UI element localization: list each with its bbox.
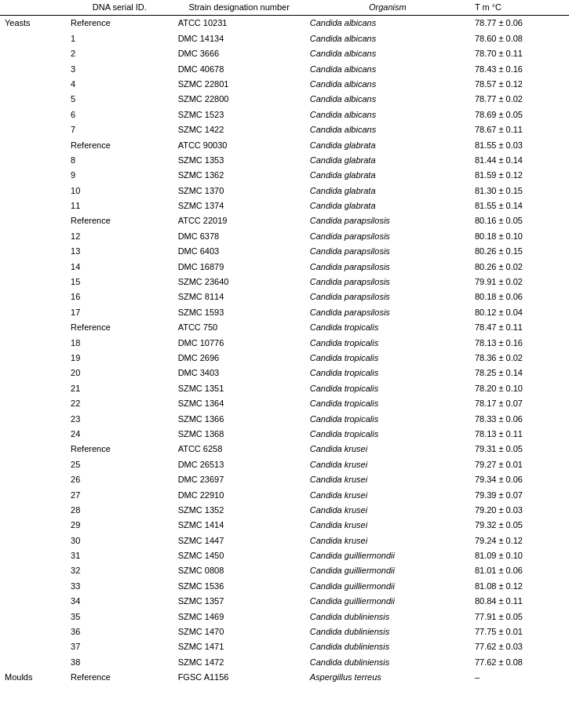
cell-group (0, 655, 66, 670)
cell-organism: Candida dubliniensis (305, 639, 470, 654)
cell-serial: 4 (66, 77, 173, 92)
cell-strain: SZMC 1471 (173, 639, 305, 654)
cell-tm: – (470, 670, 569, 685)
table-row: ReferenceATCC 90030Candida glabrata81.55… (0, 138, 569, 153)
cell-tm: 80.26 ± 0.02 (470, 260, 569, 275)
cell-serial: 24 (66, 427, 173, 442)
cell-group (0, 610, 66, 624)
cell-serial: 20 (66, 366, 173, 380)
cell-group (0, 457, 66, 472)
cell-strain: SZMC 8114 (173, 289, 305, 304)
cell-serial: 3 (66, 62, 173, 77)
table-row: 18DMC 10776Candida tropicalis78.13 ± 0.1… (0, 336, 569, 351)
cell-group (0, 320, 66, 335)
cell-organism: Candida krusei (305, 488, 470, 503)
cell-serial: 37 (66, 639, 173, 654)
table-row: 33SZMC 1536Candida guilliermondii81.08 ±… (0, 579, 569, 594)
table-row: 1DMC 14134Candida albicans78.60 ± 0.08 (0, 31, 569, 46)
cell-serial: 11 (66, 198, 173, 213)
cell-strain: ATCC 90030 (173, 138, 305, 153)
cell-tm: 80.84 ± 0.11 (470, 594, 569, 609)
cell-serial: 38 (66, 655, 173, 670)
cell-serial: Reference (66, 442, 173, 457)
table-row: 14DMC 16879Candida parapsilosis80.26 ± 0… (0, 260, 569, 275)
cell-strain: SZMC 1422 (173, 122, 305, 137)
cell-strain: SZMC 22800 (173, 92, 305, 107)
cell-strain: SZMC 1362 (173, 168, 305, 183)
cell-tm: 78.67 ± 0.11 (470, 122, 569, 137)
cell-tm: 78.17 ± 0.07 (470, 396, 569, 411)
cell-strain: DMC 14134 (173, 31, 305, 46)
cell-tm: 79.24 ± 0.12 (470, 533, 569, 548)
cell-tm: 77.62 ± 0.03 (470, 639, 569, 654)
cell-group (0, 639, 66, 654)
table-row: 29SZMC 1414Candida krusei79.32 ± 0.05 (0, 518, 569, 533)
cell-group (0, 138, 66, 153)
cell-group (0, 77, 66, 92)
table-row: 15SZMC 23640Candida parapsilosis79.91 ± … (0, 275, 569, 289)
cell-organism: Candida parapsilosis (305, 260, 470, 275)
cell-group (0, 336, 66, 351)
cell-tm: 81.44 ± 0.14 (470, 153, 569, 168)
cell-strain: ATCC 22019 (173, 213, 305, 228)
cell-organism: Candida parapsilosis (305, 305, 470, 320)
cell-organism: Candida glabrata (305, 198, 470, 213)
cell-strain: SZMC 1472 (173, 655, 305, 670)
cell-serial: 14 (66, 260, 173, 275)
cell-group (0, 488, 66, 503)
cell-organism: Candida glabrata (305, 168, 470, 183)
cell-strain: SZMC 1353 (173, 153, 305, 168)
cell-organism: Candida krusei (305, 457, 470, 472)
cell-organism: Candida albicans (305, 16, 470, 31)
cell-tm: 79.20 ± 0.03 (470, 503, 569, 518)
cell-organism: Candida tropicalis (305, 412, 470, 427)
cell-strain: SZMC 1469 (173, 610, 305, 624)
cell-group (0, 503, 66, 518)
cell-organism: Candida tropicalis (305, 396, 470, 411)
table-row: 28SZMC 1352Candida krusei79.20 ± 0.03 (0, 503, 569, 518)
cell-organism: Candida parapsilosis (305, 244, 470, 259)
cell-tm: 81.55 ± 0.14 (470, 198, 569, 213)
cell-group (0, 62, 66, 77)
table-row: 17SZMC 1593Candida parapsilosis80.12 ± 0… (0, 305, 569, 320)
table-row: 8SZMC 1353Candida glabrata81.44 ± 0.14 (0, 153, 569, 168)
cell-group (0, 289, 66, 304)
cell-serial: 32 (66, 563, 173, 578)
table-row: 27DMC 22910Candida krusei79.39 ± 0.07 (0, 488, 569, 503)
cell-organism: Candida tropicalis (305, 381, 470, 396)
cell-group (0, 275, 66, 289)
cell-tm: 78.77 ± 0.06 (470, 16, 569, 31)
cell-serial: 30 (66, 533, 173, 548)
cell-serial: 15 (66, 275, 173, 289)
cell-strain: SZMC 1370 (173, 184, 305, 198)
table-row: 9SZMC 1362Candida glabrata81.59 ± 0.12 (0, 168, 569, 183)
cell-serial: 12 (66, 229, 173, 244)
cell-group (0, 260, 66, 275)
cell-serial: 28 (66, 503, 173, 518)
cell-tm: 78.43 ± 0.16 (470, 62, 569, 77)
cell-serial: 17 (66, 305, 173, 320)
cell-tm: 79.27 ± 0.01 (470, 457, 569, 472)
cell-serial: 13 (66, 244, 173, 259)
cell-organism: Candida dubliniensis (305, 624, 470, 639)
cell-organism: Candida krusei (305, 442, 470, 457)
cell-group (0, 442, 66, 457)
cell-organism: Candida glabrata (305, 153, 470, 168)
cell-serial: 8 (66, 153, 173, 168)
cell-group (0, 594, 66, 609)
cell-serial: 9 (66, 168, 173, 183)
table-row: ReferenceATCC 750Candida tropicalis78.47… (0, 320, 569, 335)
cell-group (0, 184, 66, 198)
cell-tm: 78.25 ± 0.14 (470, 366, 569, 380)
cell-strain: DMC 6378 (173, 229, 305, 244)
cell-tm: 78.20 ± 0.10 (470, 381, 569, 396)
table-row: 22SZMC 1364Candida tropicalis78.17 ± 0.0… (0, 396, 569, 411)
table-row: 23SZMC 1366Candida tropicalis78.33 ± 0.0… (0, 412, 569, 427)
cell-organism: Candida krusei (305, 533, 470, 548)
table-row: 24SZMC 1368Candida tropicalis78.13 ± 0.1… (0, 427, 569, 442)
cell-group: Moulds (0, 670, 66, 685)
cell-strain: DMC 10776 (173, 336, 305, 351)
cell-strain: SZMC 1536 (173, 579, 305, 594)
cell-strain: SZMC 1450 (173, 548, 305, 563)
cell-tm: 78.77 ± 0.02 (470, 92, 569, 107)
